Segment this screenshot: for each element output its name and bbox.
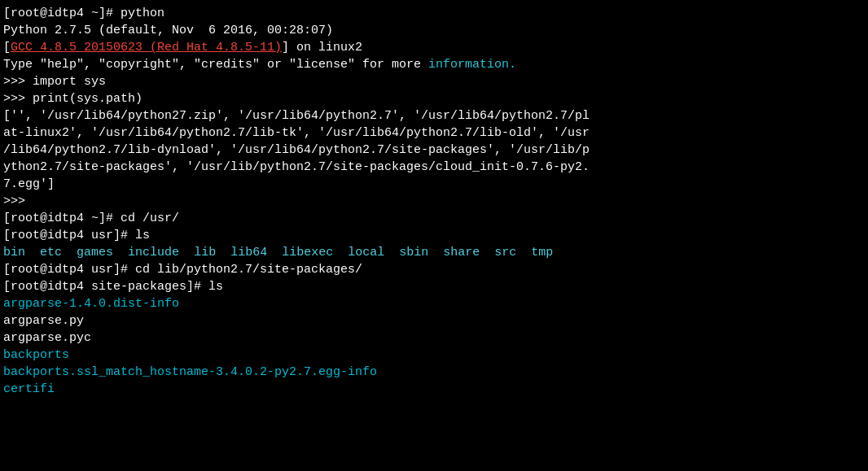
terminal-line: ython2.7/site-packages', '/usr/lib/pytho… [3,159,865,176]
terminal-line: backports.ssl_match_hostname-3.4.0.2-py2… [3,364,865,381]
terminal-line: >>> import sys [3,73,865,90]
terminal-line: [root@idtp4 ~]# python [3,5,865,22]
terminal-line: [GCC 4.8.5 20150623 (Red Hat 4.8.5-11)] … [3,39,865,56]
terminal-line: at-linux2', '/usr/lib64/python2.7/lib-tk… [3,124,865,142]
terminal-line: [root@idtp4 usr]# ls [3,227,865,244]
terminal-line: >>> [3,193,865,210]
terminal-line: Python 2.7.5 (default, Nov 6 2016, 00:28… [3,22,865,39]
terminal-line: /lib64/python2.7/lib-dynload', '/usr/lib… [3,142,865,159]
terminal-line: >>> print(sys.path) [3,90,865,107]
terminal-line: argparse.pyc [3,329,865,347]
terminal-line: backports [3,347,865,364]
terminal-window[interactable]: [root@idtp4 ~]# python Python 2.7.5 (def… [3,5,865,466]
terminal-line: ['', '/usr/lib64/python27.zip', '/usr/li… [3,107,865,124]
terminal-line: [root@idtp4 site-packages]# ls [3,278,865,295]
terminal-line: certifi [3,381,865,398]
terminal-line: [root@idtp4 usr]# cd lib/python2.7/site-… [3,261,865,278]
terminal-line: argparse.py [3,312,865,329]
terminal-line: 7.egg'] [3,176,865,193]
terminal-line: bin etc games include lib lib64 libexec … [3,244,865,261]
terminal-line: [root@idtp4 ~]# cd /usr/ [3,210,865,227]
terminal-line: Type "help", "copyright", "credits" or "… [3,56,865,73]
terminal-line: argparse-1.4.0.dist-info [3,295,865,312]
